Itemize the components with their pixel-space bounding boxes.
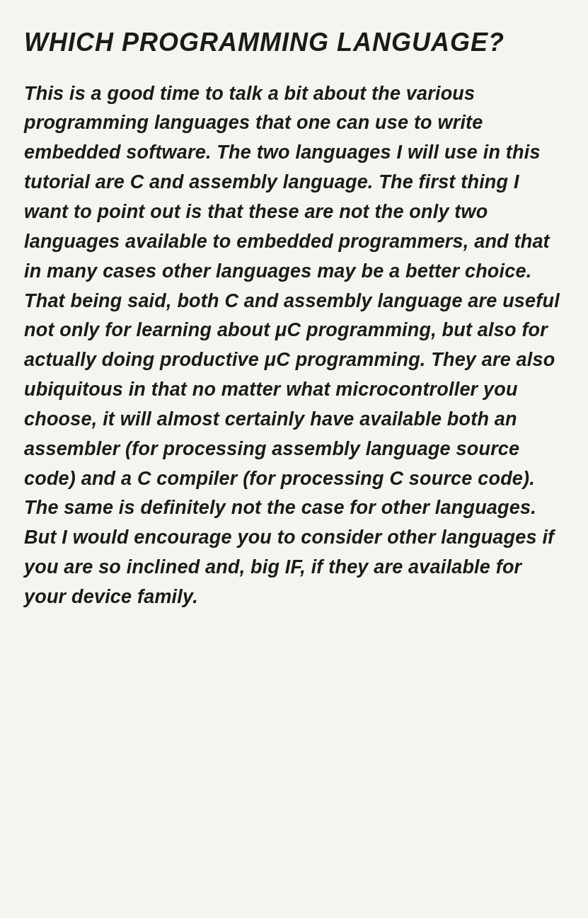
page-container: WHICH PROGRAMMING LANGUAGE? This is a go… xyxy=(24,28,564,612)
page-title: WHICH PROGRAMMING LANGUAGE? xyxy=(24,28,564,57)
page-body: This is a good time to talk a bit about … xyxy=(24,79,564,612)
